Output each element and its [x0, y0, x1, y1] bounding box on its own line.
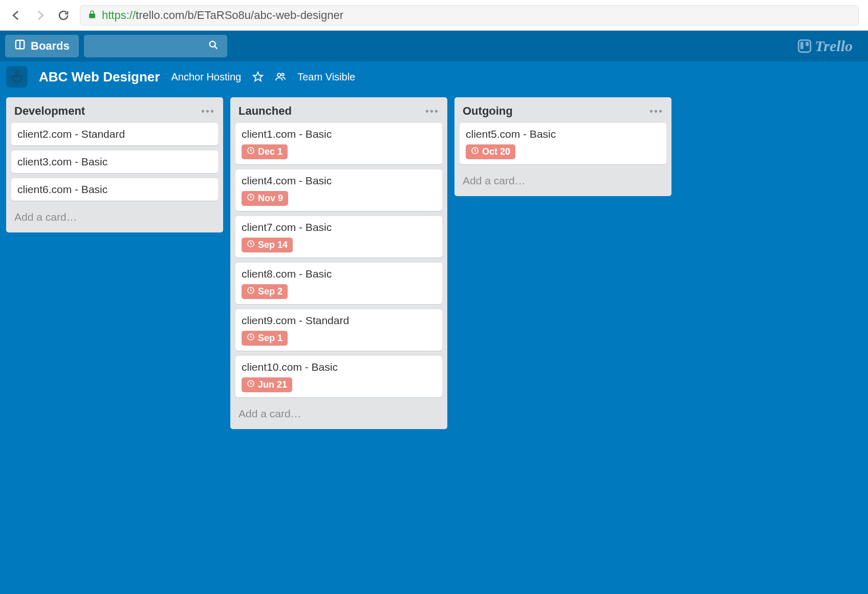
board-title[interactable]: ABC Web Designer — [39, 69, 160, 85]
trello-header: Boards Trello — [0, 31, 868, 61]
boards-label: Boards — [31, 39, 70, 53]
list-title[interactable]: Development — [14, 104, 85, 118]
svg-point-2 — [209, 41, 215, 47]
svg-point-10 — [281, 73, 284, 76]
svg-rect-6 — [806, 42, 809, 46]
card-title: client10.com - Basic — [242, 361, 436, 373]
clock-icon — [247, 193, 255, 204]
list-title[interactable]: Launched — [238, 104, 292, 118]
card-title: client5.com - Basic — [466, 128, 660, 140]
board-subheader: ABC Web Designer Anchor Hosting Team Vis… — [0, 61, 868, 92]
add-card-button[interactable]: Add a card… — [235, 402, 442, 427]
card[interactable]: client7.com - BasicSep 14 — [235, 216, 442, 258]
boards-button[interactable]: Boards — [5, 35, 79, 57]
due-badge: Dec 1 — [242, 144, 288, 159]
list-header: Development••• — [11, 102, 218, 123]
card[interactable]: client3.com - Basic — [11, 151, 218, 173]
due-text: Dec 1 — [258, 146, 283, 157]
svg-marker-8 — [253, 72, 263, 81]
card[interactable]: client4.com - BasicNov 9 — [235, 169, 442, 211]
list-header: Outgoing••• — [460, 102, 666, 123]
list-header: Launched••• — [235, 102, 442, 123]
url-text: https://trello.com/b/ETaRSo8u/abc-web-de… — [102, 9, 343, 22]
list-menu-icon[interactable]: ••• — [201, 105, 215, 117]
visibility-label[interactable]: Team Visible — [297, 71, 355, 83]
list[interactable]: Launched•••client1.com - BasicDec 1clien… — [230, 97, 447, 429]
due-text: Jun 21 — [258, 379, 287, 390]
trello-logo[interactable]: Trello — [797, 37, 863, 55]
card-title: client9.com - Standard — [242, 314, 436, 327]
card-title: client6.com - Basic — [17, 183, 212, 196]
due-text: Sep 14 — [258, 240, 288, 250]
star-button[interactable] — [252, 71, 264, 82]
svg-rect-5 — [800, 42, 804, 49]
boards-icon — [14, 39, 26, 53]
card-title: client1.com - Basic — [242, 128, 436, 140]
due-badge: Nov 9 — [242, 191, 288, 206]
due-text: Nov 9 — [258, 193, 283, 204]
list-menu-icon[interactable]: ••• — [649, 105, 663, 117]
card[interactable]: client6.com - Basic — [11, 178, 218, 201]
lock-icon — [88, 9, 97, 22]
add-card-button[interactable]: Add a card… — [11, 206, 218, 230]
due-badge: Sep 14 — [242, 238, 293, 252]
logo-text: Trello — [815, 37, 853, 55]
search-input[interactable] — [84, 35, 227, 57]
card[interactable]: client8.com - BasicSep 2 — [235, 263, 442, 304]
clock-icon — [471, 146, 479, 157]
due-badge: Sep 2 — [242, 284, 288, 299]
card[interactable]: client1.com - BasicDec 1 — [235, 123, 442, 164]
due-badge: Sep 1 — [242, 331, 288, 346]
card[interactable]: client2.com - Standard — [11, 123, 218, 145]
card-title: client3.com - Basic — [17, 156, 212, 168]
svg-point-7 — [15, 72, 18, 74]
list[interactable]: Outgoing•••client5.com - BasicOct 20Add … — [454, 97, 671, 196]
clock-icon — [247, 286, 255, 297]
card[interactable]: client5.com - BasicOct 20 — [460, 123, 666, 164]
list[interactable]: Development•••client2.com - Standardclie… — [6, 97, 223, 232]
due-badge: Oct 20 — [466, 144, 515, 159]
svg-point-9 — [277, 73, 280, 76]
clock-icon — [247, 379, 255, 390]
browser-chrome: https://trello.com/b/ETaRSo8u/abc-web-de… — [0, 0, 868, 31]
url-bar[interactable]: https://trello.com/b/ETaRSo8u/abc-web-de… — [80, 5, 859, 26]
add-card-button[interactable]: Add a card… — [460, 169, 666, 194]
board-canvas[interactable]: Development•••client2.com - Standardclie… — [0, 92, 868, 434]
clock-icon — [247, 333, 255, 344]
back-button[interactable] — [9, 8, 24, 23]
board-icon[interactable] — [6, 66, 28, 88]
due-text: Oct 20 — [482, 146, 510, 157]
due-text: Sep 2 — [258, 286, 283, 297]
list-title[interactable]: Outgoing — [463, 104, 513, 118]
team-icon — [275, 71, 286, 82]
org-link[interactable]: Anchor Hosting — [171, 71, 241, 83]
card-title: client4.com - Basic — [242, 175, 436, 187]
list-menu-icon[interactable]: ••• — [425, 105, 439, 117]
due-badge: Jun 21 — [242, 377, 292, 392]
search-icon — [208, 39, 219, 53]
card-title: client2.com - Standard — [17, 128, 212, 140]
clock-icon — [247, 146, 255, 157]
card[interactable]: client9.com - StandardSep 1 — [235, 309, 442, 351]
svg-line-3 — [214, 46, 217, 49]
card-title: client8.com - Basic — [242, 268, 436, 280]
card[interactable]: client10.com - BasicJun 21 — [235, 356, 442, 397]
card-title: client7.com - Basic — [242, 221, 436, 234]
reload-button[interactable] — [56, 8, 71, 23]
clock-icon — [247, 240, 255, 250]
forward-button[interactable] — [33, 8, 47, 23]
due-text: Sep 1 — [258, 333, 283, 344]
